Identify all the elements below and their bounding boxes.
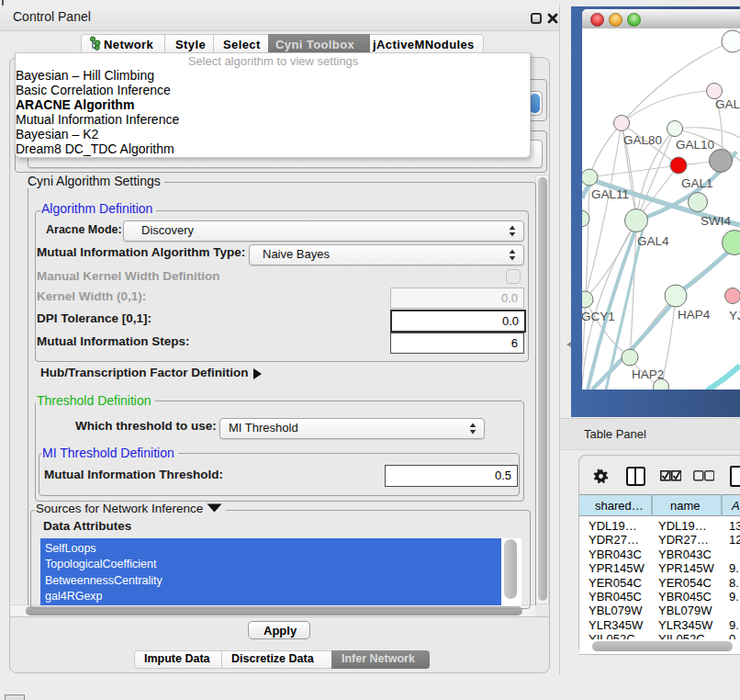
svg-text:GAL10: GAL10: [676, 138, 714, 152]
svg-text:HAP2: HAP2: [632, 367, 664, 381]
svg-text:GAL80: GAL80: [623, 133, 662, 147]
svg-text:GAL11: GAL11: [591, 187, 629, 201]
svg-text:GAL1: GAL1: [681, 176, 713, 190]
svg-text:GAL4: GAL4: [637, 234, 669, 248]
svg-text:SWI4: SWI4: [701, 214, 731, 228]
svg-text:YJ: YJ: [729, 309, 740, 322]
svg-text:GAL7: GAL7: [715, 97, 740, 111]
svg-text:HAP4: HAP4: [678, 308, 711, 322]
svg-text:GCY1: GCY1: [582, 310, 615, 323]
